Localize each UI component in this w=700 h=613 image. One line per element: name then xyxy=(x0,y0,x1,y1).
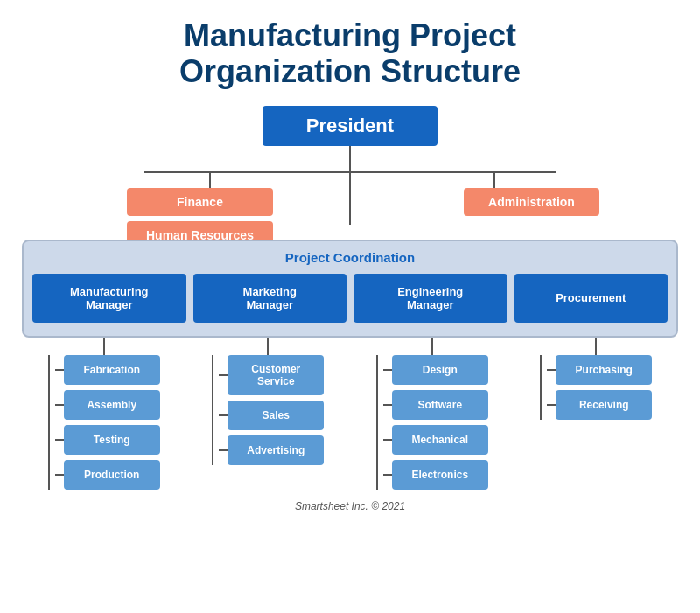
design-node: Design xyxy=(392,355,488,385)
list-item: Design xyxy=(383,355,488,385)
list-item: Fabrication xyxy=(55,355,160,385)
sub-line-marketing: Customer Service Sales Advertising xyxy=(212,355,324,465)
list-item: Software xyxy=(383,390,488,420)
upper-connector-area: Finance Human Resources Administration xyxy=(18,146,682,225)
hline xyxy=(383,474,392,476)
advertising-node: Advertising xyxy=(228,435,324,465)
hline xyxy=(547,404,556,406)
connector-manufacturing xyxy=(103,338,105,355)
testing-node: Testing xyxy=(64,425,160,455)
sub-items-procurement: Purchasing Receiving xyxy=(547,355,652,420)
sub-line-manufacturing: Fabrication Assembly Testing Produc xyxy=(48,355,160,490)
customer-service-node: Customer Service xyxy=(228,355,324,395)
hline xyxy=(219,414,228,416)
production-node: Production xyxy=(64,460,160,490)
sub-items-manufacturing: Fabrication Assembly Testing Produc xyxy=(55,355,160,490)
assembly-node: Assembly xyxy=(64,390,160,420)
page-title: Manufacturing ProjectOrganization Struct… xyxy=(179,17,521,90)
hline xyxy=(55,439,64,441)
list-item: Assembly xyxy=(55,390,160,420)
purchasing-node: Purchasing xyxy=(556,355,652,385)
hline xyxy=(383,439,392,441)
subordinates-section: Fabrication Assembly Testing Produc xyxy=(22,338,678,490)
finance-node: Finance xyxy=(127,188,273,216)
admin-box: Administration xyxy=(464,188,599,216)
hline xyxy=(219,449,228,451)
org-chart: President Finance Human Resources xyxy=(18,106,682,512)
sub-line-engineering: Design Software Mechanical Electron xyxy=(376,355,488,490)
connector-engineering xyxy=(431,338,433,355)
hline xyxy=(383,404,392,406)
sales-node: Sales xyxy=(228,401,324,430)
list-item: Electronics xyxy=(383,460,488,490)
hline xyxy=(547,369,556,371)
list-item: Production xyxy=(55,460,160,490)
president-node: President xyxy=(262,106,438,146)
vline-procurement xyxy=(540,355,542,420)
sub-col-procurement: Purchasing Receiving xyxy=(514,338,679,490)
connector-marketing xyxy=(267,338,269,355)
list-item: Customer Service xyxy=(219,355,324,395)
list-item: Testing xyxy=(55,425,160,455)
hline xyxy=(383,369,392,371)
list-item: Advertising xyxy=(219,435,324,465)
list-item: Receiving xyxy=(547,390,652,420)
footer-text: Smartsheet Inc. © 2021 xyxy=(295,500,405,512)
vline-manufacturing xyxy=(48,355,50,490)
list-item: Purchasing xyxy=(547,355,652,385)
procurement-node: Procurement xyxy=(514,274,668,323)
sub-col-engineering: Design Software Mechanical Electron xyxy=(350,338,514,490)
hline xyxy=(55,404,64,406)
engineering-manager-node: EngineeringManager xyxy=(354,274,508,323)
list-item: Sales xyxy=(219,401,324,430)
fabrication-node: Fabrication xyxy=(64,355,160,385)
sub-col-marketing: Customer Service Sales Advertising xyxy=(186,338,351,490)
page: Manufacturing ProjectOrganization Struct… xyxy=(0,0,700,613)
electronics-node: Electronics xyxy=(392,460,488,490)
project-coord-label: Project Coordination xyxy=(32,250,668,265)
administration-node: Administration xyxy=(464,188,599,216)
list-item: Mechanical xyxy=(383,425,488,455)
mechanical-node: Mechanical xyxy=(392,425,488,455)
project-coordination-section: Project Coordination ManufacturingManage… xyxy=(22,240,678,338)
managers-row: ManufacturingManager MarketingManager En… xyxy=(32,274,668,323)
vline-engineering xyxy=(376,355,378,490)
sub-items-engineering: Design Software Mechanical Electron xyxy=(383,355,488,490)
receiving-node: Receiving xyxy=(556,390,652,420)
hline xyxy=(55,474,64,476)
vline-marketing xyxy=(212,355,214,465)
sub-items-marketing: Customer Service Sales Advertising xyxy=(219,355,324,465)
hline xyxy=(219,374,228,376)
manufacturing-manager-node: ManufacturingManager xyxy=(32,274,186,323)
software-node: Software xyxy=(392,390,488,420)
marketing-manager-node: MarketingManager xyxy=(193,274,347,323)
sub-col-manufacturing: Fabrication Assembly Testing Produc xyxy=(22,338,186,490)
hline xyxy=(55,369,64,371)
connector-procurement xyxy=(595,338,597,355)
sub-line-procurement: Purchasing Receiving xyxy=(540,355,652,420)
